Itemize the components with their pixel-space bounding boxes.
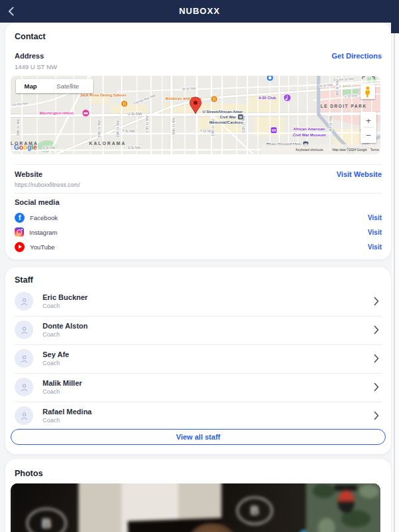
hotel-icon-hilton[interactable] <box>82 110 90 117</box>
get-directions-link[interactable]: Get Directions <box>332 52 382 60</box>
visit-website-link[interactable]: Visit Website <box>336 170 382 178</box>
page-title: NUBOXX <box>0 6 399 16</box>
poi-museum-line1[interactable]: African American <box>293 127 325 131</box>
avatar <box>15 406 33 425</box>
staff-row[interactable]: Eric Buckner Coach <box>15 287 382 317</box>
google-map[interactable]: ma Rd NW W St NW W St NW V St NW Bryant … <box>11 76 380 154</box>
zoom-in-button[interactable]: + <box>366 116 371 126</box>
svg-text:24th St NW: 24th St NW <box>16 119 20 136</box>
person-icon <box>19 382 29 392</box>
app-header-extension <box>391 0 399 33</box>
svg-text:18th St NW: 18th St NW <box>116 120 120 138</box>
svg-text:17th St NW: 17th St NW <box>145 116 149 133</box>
svg-text:U St NW: U St NW <box>128 112 142 116</box>
staff-name: Rafael Medina <box>43 408 92 416</box>
staff-row[interactable]: Malik Miller Coach <box>15 373 382 402</box>
social-row-youtube: YouTube Visit <box>15 241 382 253</box>
business-detail-page: NUBOXX Contact Address Get Directions 14… <box>0 0 399 532</box>
staff-role: Coach <box>43 388 60 395</box>
staff-name: Donte Alston <box>43 322 88 330</box>
restaurant-icon-busboys[interactable] <box>211 96 217 102</box>
gym-photo-content: B B <box>11 483 380 532</box>
svg-text:T St NW: T St NW <box>122 129 135 133</box>
poi-ustreet-line1[interactable]: U Street/African-Amer <box>202 110 243 114</box>
contact-card: Contact Address Get Directions 1449 U ST… <box>5 23 391 259</box>
poi-930club[interactable]: 9:30 Club <box>259 96 277 100</box>
social-name: Facebook <box>30 214 58 221</box>
chevron-right-icon <box>374 382 379 392</box>
scrollbar[interactable] <box>394 33 395 532</box>
youtube-icon <box>15 242 25 252</box>
social-row-instagram: Instagram Visit <box>15 226 382 238</box>
visit-facebook-link[interactable]: Visit <box>368 214 382 221</box>
facebook-icon: f <box>15 213 25 223</box>
staff-card: Staff Eric Buckner Coach Donte Alston Co… <box>5 267 391 454</box>
svg-text:19th St NW: 19th St NW <box>97 120 101 138</box>
staff-row[interactable]: Rafael Medina Coach <box>15 402 382 430</box>
restaurant-icon-jackrose[interactable] <box>121 100 128 107</box>
staff-role: Coach <box>43 331 60 338</box>
staff-heading: Staff <box>15 275 33 285</box>
photos-heading: Photos <box>15 469 43 478</box>
avatar <box>15 378 33 396</box>
staff-role: Coach <box>43 417 60 424</box>
pegman-control[interactable] <box>360 84 375 99</box>
avatar <box>15 292 33 311</box>
divider <box>15 164 382 165</box>
website-url: https://nuboxxfitness.com/ <box>15 182 80 188</box>
avatar <box>15 321 33 339</box>
metro-m-icon: M <box>239 115 242 119</box>
chevron-right-icon <box>374 297 379 306</box>
person-icon <box>19 411 29 421</box>
transit-icon[interactable] <box>267 76 273 81</box>
avatar <box>15 349 33 368</box>
staff-name: Malik Miller <box>43 379 82 387</box>
poi-jackrose[interactable]: Jack Rose Dining Saloon <box>80 93 126 97</box>
google-logo[interactable]: Google <box>14 144 37 151</box>
staff-name: Sey Afe <box>43 350 69 358</box>
satellite-toggle-button[interactable]: Satellite <box>57 82 79 90</box>
staff-row[interactable]: Sey Afe Coach <box>15 344 382 374</box>
contact-heading: Contact <box>15 32 46 41</box>
svg-text:W St NW: W St NW <box>182 86 196 90</box>
person-icon <box>19 354 29 364</box>
zoom-out-button[interactable]: − <box>366 130 371 140</box>
chevron-right-icon <box>374 325 379 334</box>
social-name: YouTube <box>30 243 55 251</box>
person-icon <box>19 325 29 335</box>
social-row-facebook: f Facebook Visit <box>15 211 382 223</box>
gym-photo[interactable]: B B <box>11 483 380 532</box>
address-value: 1449 U ST NW <box>15 63 57 70</box>
map-toggle-button[interactable]: Map <box>25 82 37 90</box>
visit-youtube-link[interactable]: Visit <box>368 243 382 251</box>
svg-text:9th St NW: 9th St NW <box>329 116 332 131</box>
staff-role: Coach <box>43 303 60 309</box>
terms-link[interactable]: Terms <box>370 148 380 152</box>
right-gutter <box>392 33 399 532</box>
museum-icon[interactable] <box>271 127 277 134</box>
svg-text:S St NW: S St NW <box>128 146 140 150</box>
divider <box>15 193 382 194</box>
poi-ustreet-line3[interactable]: Memorial/Cardozo <box>209 120 243 124</box>
keyboard-shortcuts-link[interactable]: Keyboard shortcuts <box>296 148 324 152</box>
poi-hilton[interactable]: Washington Hilton <box>40 111 74 115</box>
website-label: Website <box>15 170 43 178</box>
staff-role: Coach <box>43 360 60 366</box>
instagram-icon <box>15 227 24 237</box>
chevron-right-icon <box>374 411 379 420</box>
svg-text:6th St NW: 6th St NW <box>335 80 339 95</box>
view-all-staff-button[interactable]: View all staff <box>11 429 386 445</box>
address-label: Address <box>15 52 44 60</box>
photos-card: Photos B B <box>5 459 391 532</box>
poi-museum-line2[interactable]: Civil War Museum <box>293 133 326 137</box>
social-name: Instagram <box>29 229 57 236</box>
map-data-attribution: Map data ©2024 Google <box>332 148 368 152</box>
music-icon-930club[interactable] <box>284 94 291 102</box>
svg-text:KALORAMA: KALORAMA <box>89 141 126 146</box>
svg-text:16th St NW: 16th St NW <box>172 118 176 135</box>
person-icon <box>19 297 29 307</box>
staff-row[interactable]: Donte Alston Coach <box>15 316 382 345</box>
visit-instagram-link[interactable]: Visit <box>368 229 382 236</box>
social-media-heading: Social media <box>15 198 59 206</box>
poi-ustreet-line2[interactable]: Civil War <box>219 115 236 119</box>
